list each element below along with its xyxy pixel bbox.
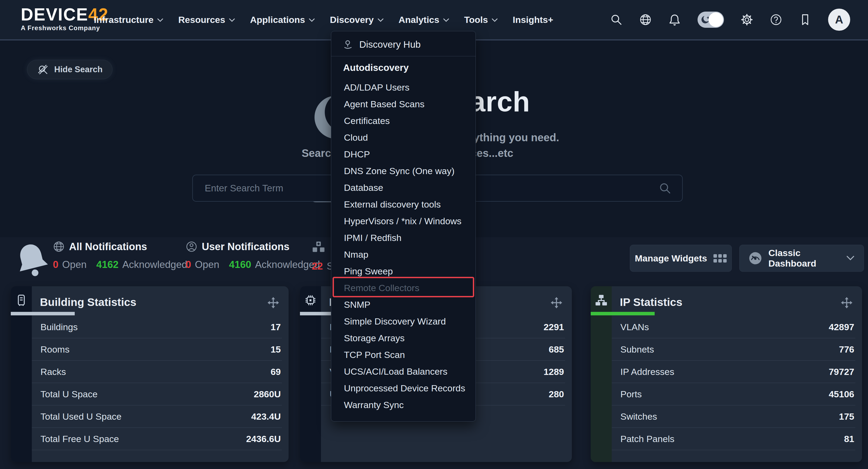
ack-count: 4160 xyxy=(229,259,251,270)
table-row: Switches175 xyxy=(612,405,855,428)
manage-widgets-button[interactable]: Manage Widgets xyxy=(630,245,732,272)
open-count: 0 xyxy=(186,259,191,270)
menu-item-remote-collectors[interactable]: Remote Collectors xyxy=(331,279,475,296)
avatar[interactable]: A xyxy=(828,9,850,31)
move-icon[interactable] xyxy=(267,297,279,309)
gear-icon[interactable] xyxy=(741,13,753,26)
main-nav: Infrastructure Resources Applications Di… xyxy=(94,0,553,39)
menu-item-ucs-aci-load-balancers[interactable]: UCS/ACI/Load Balancers xyxy=(331,363,475,380)
nav-discovery[interactable]: Discovery xyxy=(330,14,383,25)
menu-item-ping-sweep[interactable]: Ping Sweep xyxy=(331,263,475,279)
topbar-actions: A xyxy=(610,0,850,39)
search-icon[interactable] xyxy=(659,182,671,194)
notification-bell-illustration xyxy=(14,241,50,279)
row-value: 15 xyxy=(271,344,281,355)
brand-text: DEVICE xyxy=(21,5,88,24)
row-label: Subnets xyxy=(620,344,654,355)
menu-item-discovery-hub[interactable]: Discovery Hub xyxy=(331,33,475,56)
table-row: Patch Panels81 xyxy=(612,428,855,450)
menu-item-certificates[interactable]: Certificates xyxy=(331,112,475,129)
menu-item-ipmi-redfish[interactable]: IPMI / Redfish xyxy=(331,229,475,246)
chevron-down-icon xyxy=(846,255,855,261)
toggle-knob xyxy=(709,12,723,27)
nav-label: Applications xyxy=(250,14,305,25)
menu-item-unprocessed-device-records[interactable]: Unprocessed Device Records xyxy=(331,380,475,397)
menu-item-simple-discovery-wizard[interactable]: Simple Discovery Wizard xyxy=(331,313,475,330)
building-icon xyxy=(16,294,27,307)
discovery-dropdown-menu: Discovery Hub Autodiscovery AD/LDAP User… xyxy=(331,31,476,422)
row-label: Total Used U Space xyxy=(40,411,122,422)
row-value: 2436.6U xyxy=(246,434,281,444)
row-value: 17 xyxy=(271,322,281,332)
move-icon[interactable] xyxy=(840,297,853,309)
table-row: VLANs42897 xyxy=(612,316,855,338)
widget-accent-bar xyxy=(591,312,655,315)
menu-item-database[interactable]: Database xyxy=(331,179,475,196)
open-count: 0 xyxy=(53,259,59,270)
menu-item-external-discovery-tools[interactable]: External discovery tools xyxy=(331,196,475,213)
search-icon[interactable] xyxy=(610,13,623,26)
help-icon[interactable] xyxy=(770,13,782,26)
nav-label: Discovery xyxy=(330,14,374,25)
nav-resources[interactable]: Resources xyxy=(178,14,235,25)
services-counts[interactable]: 22 S xyxy=(312,261,333,272)
globe-icon[interactable] xyxy=(639,13,652,26)
menu-item-hypervisors-nix-windows[interactable]: HyperVisors / *nix / Windows xyxy=(331,213,475,229)
ack-label: Acknowledged xyxy=(255,259,320,270)
user-notifications-title: User Notifications xyxy=(202,241,289,253)
menu-item-nmap[interactable]: Nmap xyxy=(331,246,475,263)
search-off-icon xyxy=(37,64,49,75)
bookmark-icon[interactable] xyxy=(799,13,811,26)
hide-search-button[interactable]: Hide Search xyxy=(27,60,113,79)
row-value: 280 xyxy=(549,389,564,399)
nav-infrastructure[interactable]: Infrastructure xyxy=(94,14,163,25)
widget-accent-bar xyxy=(11,312,75,315)
nav-label: Tools xyxy=(464,14,488,25)
user-notifications-counts[interactable]: 0 Open 4160 Acknowledged xyxy=(186,259,320,270)
menu-item-agent-based-scans[interactable]: Agent Based Scans xyxy=(331,96,475,112)
table-row: Buildings17 xyxy=(32,316,282,338)
nav-insights[interactable]: Insights+ xyxy=(513,14,553,25)
avatar-initial: A xyxy=(835,13,843,26)
row-label: VLANs xyxy=(620,322,649,332)
all-notifications-title: All Notifications xyxy=(69,241,147,253)
table-row: Total U Space2860U xyxy=(32,383,282,405)
row-value: 45106 xyxy=(829,389,854,399)
menu-item-storage-arrays[interactable]: Storage Arrays xyxy=(331,330,475,346)
nav-tools[interactable]: Tools xyxy=(464,14,498,25)
chevron-down-icon xyxy=(309,18,315,22)
menu-item-ad-ldap-users[interactable]: AD/LDAP Users xyxy=(331,79,475,96)
all-notifications-counts[interactable]: 0 Open 4162 Acknowledged xyxy=(53,259,187,270)
row-value: 79727 xyxy=(829,367,854,377)
all-notifications-group: All Notifications 0 Open 4162 Acknowledg… xyxy=(53,241,187,270)
move-icon[interactable] xyxy=(550,297,563,309)
row-label: Rooms xyxy=(40,344,70,355)
bell-icon[interactable] xyxy=(669,13,681,26)
menu-item-cloud[interactable]: Cloud xyxy=(331,129,475,146)
manage-widgets-label: Manage Widgets xyxy=(635,253,707,264)
hide-search-label: Hide Search xyxy=(54,65,102,74)
nav-applications[interactable]: Applications xyxy=(250,14,315,25)
chevron-down-icon xyxy=(443,18,449,22)
cubes-icon xyxy=(312,241,325,254)
menu-item-dns-zone-sync[interactable]: DNS Zone Sync (One way) xyxy=(331,163,475,179)
menu-item-dhcp[interactable]: DHCP xyxy=(331,146,475,163)
widget-ip-statistics: IP Statistics VLANs42897 Subnets776 IP A… xyxy=(591,286,862,462)
theme-toggle[interactable] xyxy=(698,11,724,28)
widgets-grid-icon xyxy=(713,254,727,263)
sitemap-icon xyxy=(595,294,608,306)
row-label: Racks xyxy=(40,367,66,377)
dashboard-selector[interactable]: Classic Dashboard xyxy=(739,245,864,272)
nav-analytics[interactable]: Analytics xyxy=(399,14,449,25)
row-value: 776 xyxy=(839,344,854,355)
row-label: Total Free U Space xyxy=(40,434,119,444)
gauge-icon xyxy=(749,251,762,266)
menu-item-snmp[interactable]: SNMP xyxy=(331,296,475,313)
menu-item-tcp-port-scan[interactable]: TCP Port Scan xyxy=(331,346,475,363)
row-label: Ports xyxy=(620,389,642,399)
row-label: Total U Space xyxy=(40,389,98,399)
menu-item-warranty-sync[interactable]: Warranty Sync xyxy=(331,397,475,413)
chevron-down-icon xyxy=(378,18,383,22)
widget-title: Building Statistics xyxy=(40,296,136,309)
services-notifications-group: 22 S xyxy=(312,241,333,272)
